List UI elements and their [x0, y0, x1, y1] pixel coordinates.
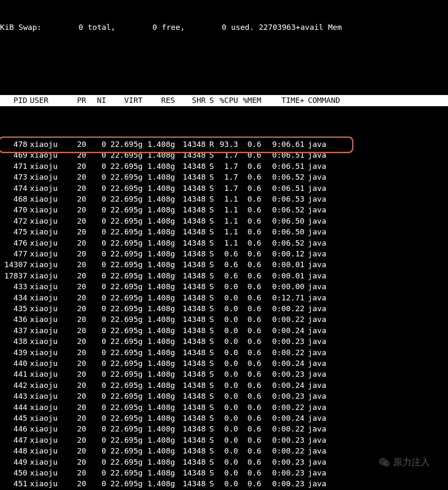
cell-user: xiaoju — [27, 457, 63, 468]
cell-pid: 450 — [0, 468, 27, 478]
cell-s: S — [206, 468, 214, 478]
cell-s: S — [206, 216, 214, 227]
cell-ni: 0 — [86, 303, 106, 314]
cell-virt: 22.695g — [106, 183, 143, 194]
cell-pid: 469 — [0, 150, 27, 161]
cell-res: 1.408g — [143, 369, 175, 380]
cell-res: 1.408g — [143, 435, 175, 446]
cell-pid: 449 — [0, 457, 27, 468]
cell-mem: 0.6 — [238, 281, 261, 292]
cell-mem: 0.6 — [238, 391, 261, 402]
cell-ni: 0 — [86, 172, 106, 183]
cell-virt: 22.695g — [106, 413, 143, 424]
cell-virt: 22.695g — [106, 478, 143, 489]
cell-cmd: java — [304, 194, 326, 205]
cell-pr: 20 — [63, 249, 86, 259]
cell-ni: 0 — [86, 325, 106, 336]
cell-virt: 22.695g — [106, 303, 143, 314]
cell-res: 1.408g — [143, 238, 175, 249]
cell-time: 0:00.24 — [261, 413, 304, 424]
process-row: 446xiaoju20022.695g1.408g14348S0.00.60:0… — [0, 424, 448, 434]
cell-ni: 0 — [86, 380, 106, 391]
terminal-output: KiB Swap: 0 total, 0 free, 0 used. 22703… — [0, 0, 448, 490]
cell-ni: 0 — [86, 293, 106, 303]
process-row: 433xiaoju20022.695g1.408g14348S0.00.60:0… — [0, 281, 448, 292]
cell-cmd: java — [304, 293, 326, 303]
cell-cpu: 1.7 — [214, 172, 238, 183]
cell-user: xiaoju — [27, 325, 63, 336]
cell-pid: 14307 — [0, 259, 27, 270]
cell-virt: 22.695g — [106, 446, 143, 456]
watermark-text: 原力注入 — [393, 457, 430, 468]
cell-pr: 20 — [63, 183, 86, 194]
cell-virt: 22.695g — [106, 216, 143, 227]
cell-shr: 14348 — [175, 478, 206, 489]
cell-mem: 0.6 — [238, 413, 261, 424]
cell-pr: 20 — [63, 139, 86, 150]
cell-pr: 20 — [63, 347, 86, 358]
cell-shr: 14348 — [175, 205, 206, 215]
cell-time: 0:06.52 — [261, 205, 304, 215]
cell-time: 0:00.22 — [261, 347, 304, 358]
cell-cmd: java — [304, 314, 326, 325]
process-row: 474xiaoju20022.695g1.408g14348S1.70.60:0… — [0, 183, 448, 194]
cell-ni: 0 — [86, 336, 106, 347]
cell-virt: 22.695g — [106, 380, 143, 391]
cell-pr: 20 — [63, 413, 86, 424]
cell-user: xiaoju — [27, 194, 63, 205]
process-row: 444xiaoju20022.695g1.408g14348S0.00.60:0… — [0, 402, 448, 413]
cell-cmd: java — [304, 139, 326, 150]
cell-ni: 0 — [86, 249, 106, 259]
cell-mem: 0.6 — [238, 478, 261, 489]
cell-pid: 439 — [0, 347, 27, 358]
cell-s: S — [206, 478, 214, 489]
cell-virt: 22.695g — [106, 402, 143, 413]
cell-shr: 14348 — [175, 424, 206, 434]
cell-user: xiaoju — [27, 336, 63, 347]
watermark: 原力注入 — [378, 457, 430, 468]
cell-s: S — [206, 303, 214, 314]
cell-res: 1.408g — [143, 325, 175, 336]
cell-virt: 22.695g — [106, 314, 143, 325]
cell-res: 1.408g — [143, 314, 175, 325]
cell-res: 1.408g — [143, 249, 175, 259]
cell-user: xiaoju — [27, 249, 63, 259]
cell-pr: 20 — [63, 314, 86, 325]
cell-s: S — [206, 281, 214, 292]
cell-shr: 14348 — [175, 380, 206, 391]
cell-cmd: java — [304, 369, 326, 380]
cell-pid: 473 — [0, 172, 27, 183]
cell-time: 0:00.12 — [261, 249, 304, 259]
cell-pid: 433 — [0, 281, 27, 292]
cell-pid: 434 — [0, 293, 27, 303]
col-shr: SHR — [175, 95, 206, 106]
cell-user: xiaoju — [27, 227, 63, 237]
cell-pid: 470 — [0, 205, 27, 215]
cell-cmd: java — [304, 271, 326, 281]
cell-user: xiaoju — [27, 172, 63, 183]
cell-pid: 471 — [0, 161, 27, 172]
cell-s: S — [206, 413, 214, 424]
process-row: 473xiaoju20022.695g1.408g14348S1.70.60:0… — [0, 172, 448, 183]
cell-pid: 443 — [0, 391, 27, 402]
cell-shr: 14348 — [175, 161, 206, 172]
cell-user: xiaoju — [27, 478, 63, 489]
cell-res: 1.408g — [143, 281, 175, 292]
cell-virt: 22.695g — [106, 259, 143, 270]
cell-cmd: java — [304, 336, 326, 347]
cell-cmd: java — [304, 259, 326, 270]
cell-s: S — [206, 435, 214, 446]
process-table-header: PID USER PR NI VIRT RES SHR S %CPU %MEM … — [0, 95, 448, 106]
cell-cmd: java — [304, 172, 326, 183]
cell-res: 1.408g — [143, 413, 175, 424]
cell-shr: 14348 — [175, 336, 206, 347]
cell-shr: 14348 — [175, 314, 206, 325]
cell-user: xiaoju — [27, 271, 63, 281]
cell-shr: 14348 — [175, 238, 206, 249]
cell-cpu: 1.7 — [214, 150, 238, 161]
cell-ni: 0 — [86, 468, 106, 478]
process-row: 434xiaoju20022.695g1.408g14348S0.00.60:1… — [0, 293, 448, 303]
cell-virt: 22.695g — [106, 358, 143, 369]
cell-s: S — [206, 194, 214, 205]
cell-shr: 14348 — [175, 303, 206, 314]
